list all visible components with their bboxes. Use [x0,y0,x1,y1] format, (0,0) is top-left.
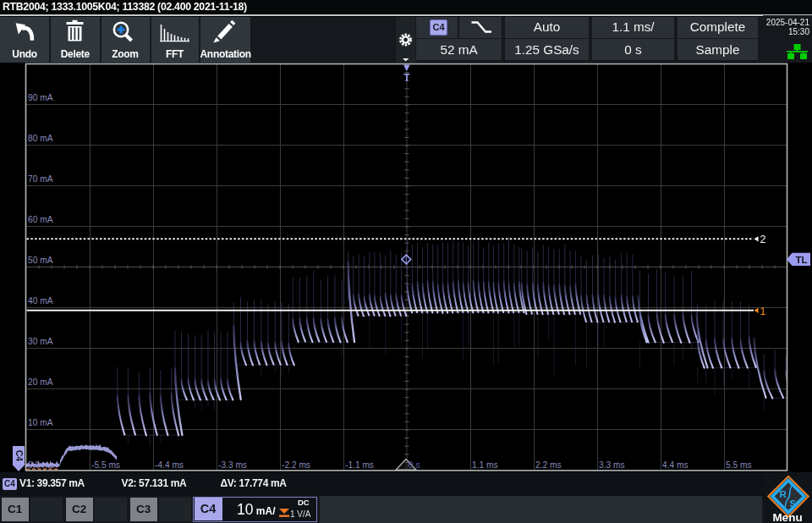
svg-text:2.2 ms: 2.2 ms [535,460,562,470]
svg-text:2: 2 [760,234,766,245]
svg-text:90 mA: 90 mA [28,93,53,102]
svg-text:R: R [780,489,787,499]
svg-text:10 mA: 10 mA [28,418,53,427]
svg-text:4.4 ms: 4.4 ms [662,460,689,470]
svg-text:5.5 ms: 5.5 ms [726,460,752,470]
svg-text:1.1 ms: 1.1 ms [472,460,498,470]
svg-text:3.3 ms: 3.3 ms [599,460,625,470]
svg-text:-1.1 ms: -1.1 ms [345,460,374,470]
svg-text:30 mA: 30 mA [28,337,53,346]
svg-text:-3.3 ms: -3.3 ms [218,460,247,470]
svg-text:C4: C4 [14,450,25,462]
svg-text:TL: TL [795,255,807,265]
svg-text:40 mA: 40 mA [28,296,53,306]
svg-text:-4.4 ms: -4.4 ms [155,460,184,470]
svg-text:50 mA: 50 mA [28,256,53,265]
svg-text:0 s: 0 s [409,460,420,470]
svg-text:T: T [403,72,410,84]
svg-text:70 mA: 70 mA [28,174,53,184]
svg-text:-2.2 ms: -2.2 ms [282,460,310,470]
svg-text:1: 1 [760,306,766,317]
svg-text:S: S [790,498,797,509]
svg-text:20 mA: 20 mA [28,377,53,387]
svg-text:60 mA: 60 mA [28,215,53,224]
svg-text:80 mA: 80 mA [28,134,53,143]
svg-text:-5.5 ms: -5.5 ms [91,460,120,470]
